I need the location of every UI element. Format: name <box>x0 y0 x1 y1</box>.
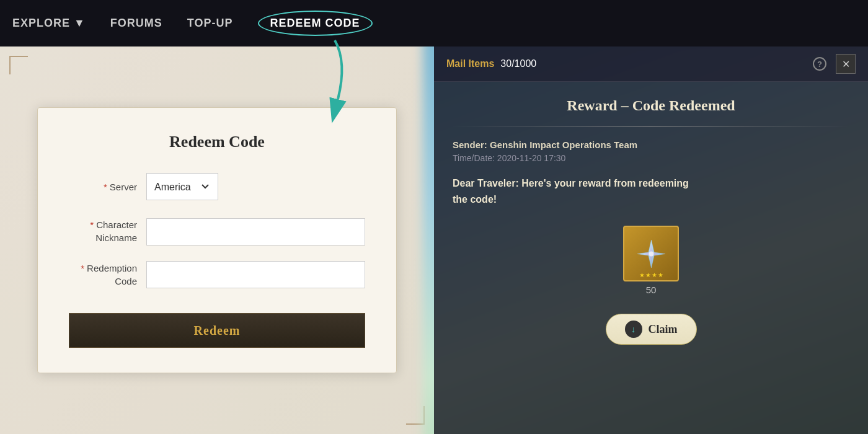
mail-count: 30/1000 <box>500 58 536 69</box>
required-star-server: * <box>104 182 107 192</box>
nav-explore[interactable]: EXPLORE ▼ <box>12 17 86 30</box>
help-icon[interactable]: ? <box>813 57 826 71</box>
server-row: *Server America Europe Asia TW, HK, MO <box>69 173 365 200</box>
explore-label: EXPLORE <box>12 17 70 30</box>
nickname-row: *CharacterNickname <box>69 216 365 246</box>
mail-divider <box>453 126 849 127</box>
redeem-form-panel: Redeem Code *Server America Europe Asia … <box>0 46 434 434</box>
required-star-nickname: * <box>90 219 94 230</box>
code-row: *RedemptionCode GOLNXLAKC58 <box>69 261 365 288</box>
navbar: EXPLORE ▼ FORUMS TOP-UP REDEEM CODE <box>0 0 868 46</box>
reward-item-icon: ★ ★ ★ ★ <box>623 226 679 281</box>
mail-time: Time/Date: 2020-11-20 17:30 <box>453 153 849 163</box>
corner-decoration-br <box>406 406 425 425</box>
server-label: *Server <box>69 180 137 193</box>
mail-items-label: Mail Items <box>446 58 494 69</box>
mail-title: Reward – Code Redeemed <box>453 97 849 114</box>
code-label: *RedemptionCode <box>69 262 137 288</box>
form-title: Redeem Code <box>69 133 365 151</box>
reward-area: ★ ★ ★ ★ 50 ↓ Claim <box>453 226 849 418</box>
mail-reward-panel: Mail Items 30/1000 ? ✕ Reward – Code Red… <box>434 46 868 434</box>
server-select-wrapper: America Europe Asia TW, HK, MO <box>146 173 365 200</box>
mail-header: Mail Items 30/1000 ? ✕ <box>434 46 868 82</box>
reward-count: 50 <box>646 285 657 295</box>
redeem-button[interactable]: Redeem <box>69 313 365 348</box>
claim-label: Claim <box>649 323 678 336</box>
gem-svg-icon <box>634 237 668 271</box>
main-content: Redeem Code *Server America Europe Asia … <box>0 46 868 434</box>
mail-panel: Mail Items 30/1000 ? ✕ Reward – Code Red… <box>434 46 868 434</box>
corner-decoration-tl <box>9 56 28 74</box>
redeem-form-container: Redeem Code *Server America Europe Asia … <box>37 107 397 373</box>
claim-button[interactable]: ↓ Claim <box>606 314 697 345</box>
svg-point-3 <box>649 251 653 256</box>
mail-sender: Sender: Genshin Impact Operations Team <box>453 140 849 150</box>
claim-icon: ↓ <box>625 321 642 338</box>
mail-content: Reward – Code Redeemed Sender: Genshin I… <box>434 82 868 434</box>
mail-close-button[interactable]: ✕ <box>836 54 856 74</box>
nav-topup[interactable]: TOP-UP <box>187 17 233 30</box>
redemption-code-input[interactable]: GOLNXLAKC58 <box>146 261 365 288</box>
nav-redeem-code[interactable]: REDEEM CODE <box>258 11 373 36</box>
nav-forums[interactable]: FORUMS <box>110 17 162 30</box>
nickname-input[interactable] <box>146 218 365 246</box>
server-select[interactable]: America Europe Asia TW, HK, MO <box>146 173 218 200</box>
reward-stars: ★ ★ ★ ★ <box>639 272 663 278</box>
nickname-label: *CharacterNickname <box>69 218 137 244</box>
required-star-code: * <box>81 263 84 273</box>
explore-chevron-icon: ▼ <box>74 17 86 30</box>
mail-body: Dear Traveler: Here's your reward from r… <box>453 175 849 207</box>
mail-header-right: ? ✕ <box>813 54 856 74</box>
